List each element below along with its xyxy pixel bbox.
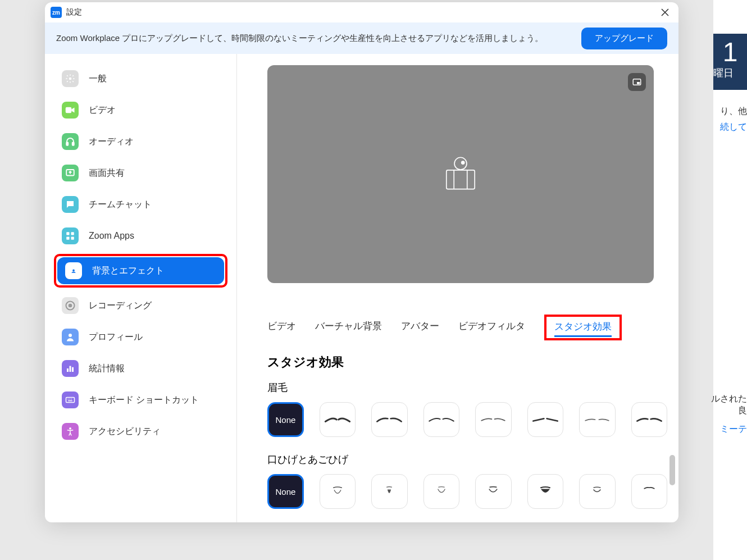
eyebrow-option-7[interactable] — [631, 402, 667, 437]
svg-point-24 — [454, 157, 467, 170]
sidebar-item-label: 画面共有 — [89, 167, 125, 179]
sidebar-item-label: レコーディング — [89, 300, 152, 312]
scrollbar[interactable] — [669, 343, 675, 511]
svg-point-12 — [69, 304, 72, 308]
chat-icon — [62, 196, 79, 213]
tab-avatar[interactable]: アバター — [401, 320, 439, 336]
svg-rect-7 — [66, 237, 69, 240]
svg-point-22 — [69, 427, 71, 430]
gear-icon — [62, 70, 79, 87]
svg-point-10 — [72, 269, 75, 271]
eyebrow-icon — [427, 414, 456, 425]
svg-rect-8 — [71, 237, 74, 240]
beard-options: None — [267, 474, 667, 509]
calendar-day: 曜日 — [713, 66, 747, 80]
svg-point-20 — [71, 399, 72, 400]
sidebar-item-label: Zoom Apps — [89, 231, 134, 241]
svg-point-18 — [68, 399, 69, 400]
sidebar-item-team-chat[interactable]: チームチャット — [54, 191, 227, 218]
eyebrow-option-3[interactable] — [423, 402, 459, 437]
beard-option-6[interactable] — [579, 474, 615, 509]
close-button[interactable] — [657, 4, 673, 20]
beard-icon — [375, 486, 404, 497]
calendar-widget: 1 — [713, 34, 747, 90]
tab-video[interactable]: ビデオ — [267, 320, 296, 336]
sidebar-item-label: オーディオ — [89, 136, 134, 148]
tab-video-filter[interactable]: ビデオフィルタ — [458, 320, 525, 336]
beard-option-2[interactable] — [371, 474, 407, 509]
settings-modal: zm 設定 Zoom Workplace プロにアップグレードして、時間制限のな… — [45, 2, 678, 522]
sidebar-item-accessibility[interactable]: アクセシビリティ — [54, 418, 227, 445]
svg-rect-27 — [637, 82, 640, 84]
record-icon — [62, 297, 79, 314]
beard-icon — [323, 486, 352, 497]
beard-icon — [531, 486, 560, 497]
titlebar: zm 設定 — [45, 2, 678, 22]
upgrade-button[interactable]: アップグレード — [581, 28, 667, 49]
svg-rect-23 — [447, 170, 475, 189]
headphones-icon — [62, 133, 79, 150]
sidebar-item-general[interactable]: 一般 — [54, 65, 227, 92]
eyebrow-option-5[interactable] — [527, 402, 563, 437]
apps-icon — [62, 227, 79, 244]
close-icon — [661, 8, 669, 17]
eyebrow-option-2[interactable] — [371, 402, 407, 437]
section-title: スタジオ効果 — [267, 354, 667, 371]
video-preview — [267, 65, 654, 283]
svg-rect-14 — [67, 368, 69, 372]
accessibility-icon — [62, 423, 79, 440]
beard-option-7[interactable] — [631, 474, 667, 509]
beard-icon — [479, 486, 508, 497]
background-icon — [65, 262, 82, 279]
tab-virtual-background[interactable]: バーチャル背景 — [315, 320, 382, 336]
bg-link[interactable]: ミーテ — [720, 424, 747, 435]
scrollbar-thumb[interactable] — [669, 455, 675, 485]
sidebar-item-statistics[interactable]: 統計情報 — [54, 355, 227, 382]
eyebrow-options: None — [267, 402, 667, 437]
sidebar-item-recording[interactable]: レコーディング — [54, 292, 227, 319]
svg-rect-17 — [66, 398, 75, 403]
sidebar-item-label: キーボード ショートカット — [89, 394, 199, 406]
svg-rect-3 — [72, 143, 74, 145]
eyebrow-option-4[interactable] — [475, 402, 511, 437]
sidebar-item-label: 統計情報 — [89, 363, 125, 375]
eyebrow-option-none[interactable]: None — [267, 402, 304, 437]
sidebar-item-video[interactable]: ビデオ — [54, 97, 227, 124]
bg-link[interactable]: 続して — [720, 121, 747, 133]
svg-point-0 — [69, 78, 72, 80]
beard-icon — [582, 486, 612, 497]
eyebrow-icon — [375, 414, 404, 425]
svg-rect-2 — [66, 143, 68, 145]
profile-icon — [62, 329, 79, 345]
eyebrow-option-1[interactable] — [320, 402, 356, 437]
beard-option-3[interactable] — [423, 474, 459, 509]
beard-icon — [635, 486, 664, 497]
sidebar-item-keyboard-shortcuts[interactable]: キーボード ショートカット — [54, 386, 227, 413]
sidebar-item-screen-share[interactable]: 画面共有 — [54, 160, 227, 186]
beard-option-none[interactable]: None — [267, 474, 304, 509]
upgrade-banner: Zoom Workplace プロにアップグレードして、時間制限のないミーティン… — [45, 22, 678, 54]
bg-text: ルされた 良 — [711, 393, 747, 417]
sidebar-item-label: 一般 — [89, 73, 107, 85]
beard-option-5[interactable] — [527, 474, 563, 509]
sidebar-item-audio[interactable]: オーディオ — [54, 128, 227, 155]
sidebar-item-label: チームチャット — [89, 199, 152, 211]
eyebrow-option-6[interactable] — [579, 402, 615, 437]
bg-text: り、他 — [720, 106, 747, 117]
sidebar-item-background-effects[interactable]: 背景とエフェクト — [57, 257, 224, 284]
camera-off-icon — [437, 149, 484, 199]
svg-rect-16 — [72, 367, 74, 372]
beard-option-4[interactable] — [475, 474, 511, 509]
eyebrow-icon — [582, 414, 612, 425]
pip-button[interactable] — [628, 73, 646, 91]
video-icon — [62, 102, 79, 119]
sidebar-item-profile[interactable]: プロフィール — [54, 324, 227, 350]
sidebar-item-label: ビデオ — [89, 104, 116, 116]
sidebar-item-zoom-apps[interactable]: Zoom Apps — [54, 222, 227, 249]
beard-icon — [427, 486, 456, 497]
tab-studio-effects[interactable]: スタジオ効果 — [554, 320, 612, 337]
highlight-annotation: スタジオ効果 — [544, 315, 622, 340]
svg-point-19 — [70, 399, 71, 400]
settings-sidebar: 一般 ビデオ オーディオ 画面共有 チームチャット Zoom Apps — [45, 54, 237, 522]
beard-option-1[interactable] — [320, 474, 356, 509]
